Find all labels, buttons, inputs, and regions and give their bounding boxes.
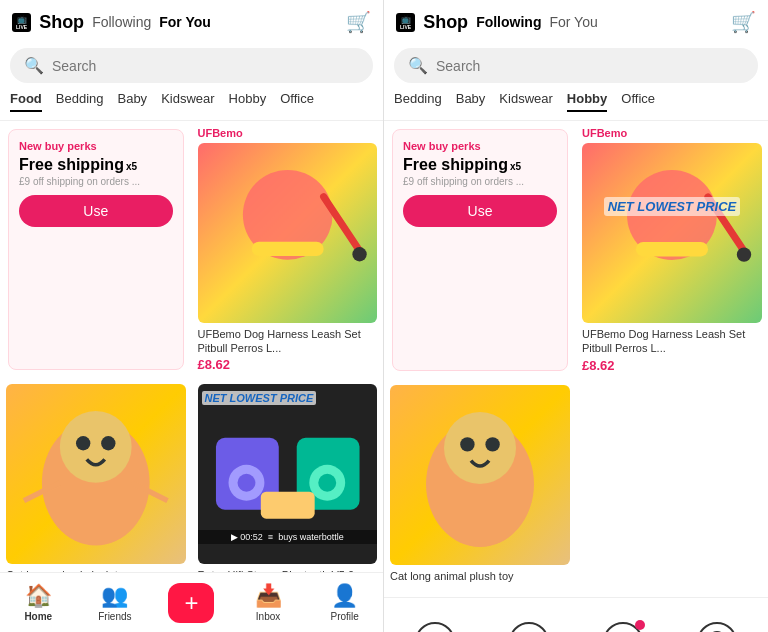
brand-ufbemo-left: UFBemo bbox=[198, 127, 378, 139]
cart-icon-left[interactable]: 🛒 bbox=[346, 10, 371, 34]
cat-bedding-right[interactable]: Bedding bbox=[394, 91, 442, 112]
left-panel: 📺 LIVE Shop Following For You 🛒 🔍 Food B… bbox=[0, 0, 384, 632]
cat-kidswear-right[interactable]: Kidswear bbox=[499, 91, 552, 112]
right-header: 📺 LIVE Shop Following For You 🛒 bbox=[384, 0, 768, 44]
cat-baby-right[interactable]: Baby bbox=[456, 91, 486, 112]
nav-following-right[interactable]: Following bbox=[476, 14, 541, 30]
orders-icon bbox=[415, 622, 455, 632]
svg-point-24 bbox=[485, 437, 499, 451]
product-name-dog-harness-right: UFBemo Dog Harness Leash Set Pitbull Per… bbox=[582, 327, 762, 356]
perk-sub-right: £9 off shipping on orders ... bbox=[403, 176, 557, 187]
right-panel: 📺 LIVE Shop Following For You 🛒 🔍 Beddin… bbox=[384, 0, 768, 632]
left-content: New buy perks Free shipping x5 £9 off sh… bbox=[0, 121, 383, 572]
category-tabs-left: Food Bedding Baby Kidswear Hobby Office bbox=[0, 91, 383, 121]
perk-card-left: New buy perks Free shipping x5 £9 off sh… bbox=[8, 129, 184, 370]
product-grid-left: New buy perks Free shipping x5 £9 off sh… bbox=[0, 121, 383, 572]
category-tabs-right: Bedding Baby Kidswear Hobby Office bbox=[384, 91, 768, 121]
menu-orders[interactable]: Orders bbox=[392, 614, 478, 632]
perk-superscript-right: x5 bbox=[510, 161, 521, 172]
use-button-left[interactable]: Use bbox=[19, 195, 173, 227]
search-bar-right[interactable]: 🔍 bbox=[394, 48, 758, 83]
nav-profile-left[interactable]: 👤 Profile bbox=[320, 583, 370, 622]
address-icon bbox=[697, 622, 737, 632]
perk-card-right: New buy perks Free shipping x5 £9 off sh… bbox=[392, 129, 568, 371]
svg-point-6 bbox=[76, 436, 90, 450]
product-name-dog-harness-left: UFBemo Dog Harness Leash Set Pitbull Per… bbox=[198, 327, 378, 356]
product-dog-harness-right[interactable]: UFBemo NET LOWEST PRICE UFBemo Dog Harne… bbox=[576, 121, 768, 379]
menu-grid-right: Orders Messages bbox=[392, 614, 760, 632]
cat-food[interactable]: Food bbox=[10, 91, 42, 112]
right-content: New buy perks Free shipping x5 £9 off sh… bbox=[384, 121, 768, 632]
perk-sub-left: £9 off shipping on orders ... bbox=[19, 176, 173, 187]
search-icon-left: 🔍 bbox=[24, 56, 44, 75]
perk-main-right: Free shipping bbox=[403, 156, 508, 174]
search-input-right[interactable] bbox=[436, 58, 744, 74]
product-img-dog-harness-left bbox=[198, 143, 378, 323]
cat-baby[interactable]: Baby bbox=[117, 91, 147, 112]
product-img-cat-toy-left bbox=[6, 384, 186, 564]
perk-superscript-left: x5 bbox=[126, 161, 137, 172]
live-badge-right: 📺 LIVE bbox=[396, 13, 415, 32]
nav-home-left[interactable]: 🏠 Home bbox=[13, 583, 63, 622]
product-price-dog-harness-right: £8.62 bbox=[582, 358, 762, 373]
bottom-nav-left: 🏠 Home 👥 Friends + 📥 Inbox 👤 Profile bbox=[0, 572, 383, 632]
svg-point-7 bbox=[101, 436, 115, 450]
svg-point-3 bbox=[352, 247, 366, 261]
perk-main-left: Free shipping bbox=[19, 156, 124, 174]
product-img-speaker-left: NET LOWEST PRICE ▶ 00:52 ≡ buys waterbot… bbox=[198, 384, 378, 564]
cat-kidswear[interactable]: Kidswear bbox=[161, 91, 214, 112]
cart-icon-right[interactable]: 🛒 bbox=[731, 10, 756, 34]
svg-rect-18 bbox=[636, 242, 708, 256]
search-bar-left[interactable]: 🔍 bbox=[10, 48, 373, 83]
svg-point-22 bbox=[444, 412, 516, 484]
svg-point-12 bbox=[237, 474, 255, 492]
menu-address[interactable]: Address bbox=[674, 614, 760, 632]
product-speaker-left[interactable]: NET LOWEST PRICE ▶ 00:52 ≡ buys waterbot… bbox=[192, 378, 384, 572]
menu-section-right: Orders Messages bbox=[384, 597, 768, 632]
product-price-dog-harness-left: £8.62 bbox=[198, 357, 378, 372]
home-icon-left: 🏠 bbox=[25, 583, 52, 609]
cat-bedding[interactable]: Bedding bbox=[56, 91, 104, 112]
cat-hobby[interactable]: Hobby bbox=[229, 91, 267, 112]
product-name-cat-toy-right: Cat long animal plush toy bbox=[390, 569, 570, 583]
nav-add-left[interactable]: + bbox=[166, 583, 216, 623]
live-badge-left: 📺 LIVE bbox=[12, 13, 31, 32]
profile-icon-left: 👤 bbox=[331, 583, 358, 609]
svg-point-23 bbox=[460, 437, 474, 451]
menu-messages[interactable]: Messages bbox=[486, 614, 572, 632]
product-img-dog-harness-right: NET LOWEST PRICE bbox=[582, 143, 762, 323]
cat-office[interactable]: Office bbox=[280, 91, 314, 112]
brand-ufbemo-right: UFBemo bbox=[582, 127, 762, 139]
product-img-cat-toy-right bbox=[390, 385, 570, 565]
shop-title-right: Shop bbox=[423, 12, 468, 33]
messages-icon bbox=[509, 622, 549, 632]
product-cat-toy-right[interactable]: Cat long animal plush toy bbox=[384, 379, 576, 589]
svg-point-5 bbox=[60, 411, 132, 483]
product-grid-right: New buy perks Free shipping x5 £9 off sh… bbox=[384, 121, 768, 589]
nav-friends-left[interactable]: 👥 Friends bbox=[90, 583, 140, 622]
search-icon-right: 🔍 bbox=[408, 56, 428, 75]
vouchers-badge bbox=[635, 620, 645, 630]
nav-foryou-right[interactable]: For You bbox=[549, 14, 597, 30]
left-header: 📺 LIVE Shop Following For You 🛒 bbox=[0, 0, 383, 44]
add-button-left[interactable]: + bbox=[168, 583, 214, 623]
use-button-right[interactable]: Use bbox=[403, 195, 557, 227]
product-cat-toy-left[interactable]: Cat long animal plush toy £4.80 bbox=[0, 378, 192, 572]
product-dog-harness-left[interactable]: UFBemo UFBemo Dog Harness Leash Set Pitb… bbox=[192, 121, 384, 378]
svg-point-20 bbox=[737, 247, 751, 261]
net-lowest-label-left: NET LOWEST PRICE bbox=[202, 391, 317, 405]
cat-hobby-right[interactable]: Hobby bbox=[567, 91, 607, 112]
nav-following-left[interactable]: Following bbox=[92, 14, 151, 30]
svg-point-15 bbox=[318, 474, 336, 492]
perk-title-right: New buy perks bbox=[403, 140, 557, 152]
nav-foryou-left[interactable]: For You bbox=[159, 14, 211, 30]
nav-inbox-left[interactable]: 📥 Inbox bbox=[243, 583, 293, 622]
svg-rect-16 bbox=[260, 492, 314, 519]
buy-text-left: ▶ 00:52 ≡ buys waterbottle bbox=[198, 530, 378, 544]
menu-vouchers[interactable]: Vouchers bbox=[580, 614, 666, 632]
perk-title-left: New buy perks bbox=[19, 140, 173, 152]
shop-title-left: Shop bbox=[39, 12, 84, 33]
search-input-left[interactable] bbox=[52, 58, 359, 74]
cat-office-right[interactable]: Office bbox=[621, 91, 655, 112]
friends-icon-left: 👥 bbox=[101, 583, 128, 609]
